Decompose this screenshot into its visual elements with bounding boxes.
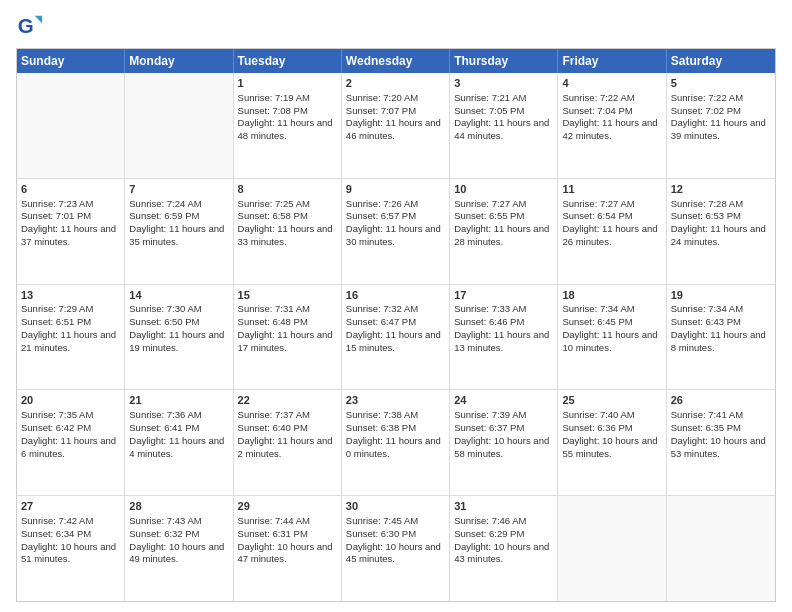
day-number: 3: [454, 76, 553, 91]
calendar-day-8: 8Sunrise: 7:25 AM Sunset: 6:58 PM Daylig…: [234, 179, 342, 284]
day-number: 14: [129, 288, 228, 303]
calendar-day-20: 20Sunrise: 7:35 AM Sunset: 6:42 PM Dayli…: [17, 390, 125, 495]
calendar-day-2: 2Sunrise: 7:20 AM Sunset: 7:07 PM Daylig…: [342, 73, 450, 178]
daylight-text: Daylight: 11 hours and 13 minutes.: [454, 329, 549, 353]
sunset-text: Sunset: 6:40 PM: [238, 422, 308, 433]
daylight-text: Daylight: 11 hours and 10 minutes.: [562, 329, 657, 353]
sunset-text: Sunset: 6:50 PM: [129, 316, 199, 327]
sunrise-text: Sunrise: 7:20 AM: [346, 92, 418, 103]
sunrise-text: Sunrise: 7:45 AM: [346, 515, 418, 526]
calendar-day-16: 16Sunrise: 7:32 AM Sunset: 6:47 PM Dayli…: [342, 285, 450, 390]
calendar-day-7: 7Sunrise: 7:24 AM Sunset: 6:59 PM Daylig…: [125, 179, 233, 284]
daylight-text: Daylight: 11 hours and 46 minutes.: [346, 117, 441, 141]
day-number: 20: [21, 393, 120, 408]
sunrise-text: Sunrise: 7:19 AM: [238, 92, 310, 103]
sunset-text: Sunset: 7:04 PM: [562, 105, 632, 116]
sunset-text: Sunset: 6:59 PM: [129, 210, 199, 221]
sunrise-text: Sunrise: 7:35 AM: [21, 409, 93, 420]
calendar-day-11: 11Sunrise: 7:27 AM Sunset: 6:54 PM Dayli…: [558, 179, 666, 284]
sunset-text: Sunset: 6:37 PM: [454, 422, 524, 433]
day-number: 18: [562, 288, 661, 303]
calendar-day-17: 17Sunrise: 7:33 AM Sunset: 6:46 PM Dayli…: [450, 285, 558, 390]
svg-marker-1: [35, 16, 42, 23]
sunrise-text: Sunrise: 7:26 AM: [346, 198, 418, 209]
day-number: 10: [454, 182, 553, 197]
day-number: 9: [346, 182, 445, 197]
calendar-body: 1Sunrise: 7:19 AM Sunset: 7:08 PM Daylig…: [17, 73, 775, 601]
daylight-text: Daylight: 11 hours and 26 minutes.: [562, 223, 657, 247]
sunset-text: Sunset: 6:29 PM: [454, 528, 524, 539]
sunset-text: Sunset: 6:43 PM: [671, 316, 741, 327]
day-number: 16: [346, 288, 445, 303]
daylight-text: Daylight: 11 hours and 35 minutes.: [129, 223, 224, 247]
day-number: 19: [671, 288, 771, 303]
daylight-text: Daylight: 11 hours and 42 minutes.: [562, 117, 657, 141]
calendar-day-18: 18Sunrise: 7:34 AM Sunset: 6:45 PM Dayli…: [558, 285, 666, 390]
calendar-day-6: 6Sunrise: 7:23 AM Sunset: 7:01 PM Daylig…: [17, 179, 125, 284]
sunrise-text: Sunrise: 7:34 AM: [671, 303, 743, 314]
daylight-text: Daylight: 11 hours and 39 minutes.: [671, 117, 766, 141]
calendar-day-25: 25Sunrise: 7:40 AM Sunset: 6:36 PM Dayli…: [558, 390, 666, 495]
day-number: 12: [671, 182, 771, 197]
sunset-text: Sunset: 6:30 PM: [346, 528, 416, 539]
day-number: 29: [238, 499, 337, 514]
daylight-text: Daylight: 11 hours and 19 minutes.: [129, 329, 224, 353]
day-number: 15: [238, 288, 337, 303]
day-number: 6: [21, 182, 120, 197]
daylight-text: Daylight: 10 hours and 58 minutes.: [454, 435, 549, 459]
sunset-text: Sunset: 7:07 PM: [346, 105, 416, 116]
day-number: 31: [454, 499, 553, 514]
daylight-text: Daylight: 11 hours and 48 minutes.: [238, 117, 333, 141]
sunset-text: Sunset: 7:01 PM: [21, 210, 91, 221]
day-number: 23: [346, 393, 445, 408]
daylight-text: Daylight: 11 hours and 17 minutes.: [238, 329, 333, 353]
daylight-text: Daylight: 11 hours and 6 minutes.: [21, 435, 116, 459]
sunset-text: Sunset: 6:36 PM: [562, 422, 632, 433]
daylight-text: Daylight: 11 hours and 33 minutes.: [238, 223, 333, 247]
header-day-monday: Monday: [125, 49, 233, 73]
day-number: 11: [562, 182, 661, 197]
sunrise-text: Sunrise: 7:34 AM: [562, 303, 634, 314]
daylight-text: Daylight: 11 hours and 24 minutes.: [671, 223, 766, 247]
calendar-day-10: 10Sunrise: 7:27 AM Sunset: 6:55 PM Dayli…: [450, 179, 558, 284]
calendar-day-3: 3Sunrise: 7:21 AM Sunset: 7:05 PM Daylig…: [450, 73, 558, 178]
sunset-text: Sunset: 6:48 PM: [238, 316, 308, 327]
page-container: G SundayMondayTuesdayWednesdayThursdayFr…: [0, 0, 792, 612]
day-number: 30: [346, 499, 445, 514]
sunset-text: Sunset: 6:41 PM: [129, 422, 199, 433]
calendar-week-4: 27Sunrise: 7:42 AM Sunset: 6:34 PM Dayli…: [17, 496, 775, 601]
sunset-text: Sunset: 6:57 PM: [346, 210, 416, 221]
calendar-day-empty: [667, 496, 775, 601]
calendar-day-15: 15Sunrise: 7:31 AM Sunset: 6:48 PM Dayli…: [234, 285, 342, 390]
day-number: 22: [238, 393, 337, 408]
sunset-text: Sunset: 6:45 PM: [562, 316, 632, 327]
sunset-text: Sunset: 6:42 PM: [21, 422, 91, 433]
day-number: 27: [21, 499, 120, 514]
calendar-day-30: 30Sunrise: 7:45 AM Sunset: 6:30 PM Dayli…: [342, 496, 450, 601]
sunset-text: Sunset: 6:58 PM: [238, 210, 308, 221]
sunrise-text: Sunrise: 7:22 AM: [562, 92, 634, 103]
sunrise-text: Sunrise: 7:21 AM: [454, 92, 526, 103]
logo-icon: G: [16, 12, 44, 40]
header-day-sunday: Sunday: [17, 49, 125, 73]
daylight-text: Daylight: 11 hours and 2 minutes.: [238, 435, 333, 459]
day-number: 28: [129, 499, 228, 514]
svg-text:G: G: [18, 14, 34, 37]
sunset-text: Sunset: 7:08 PM: [238, 105, 308, 116]
sunset-text: Sunset: 6:47 PM: [346, 316, 416, 327]
calendar-day-23: 23Sunrise: 7:38 AM Sunset: 6:38 PM Dayli…: [342, 390, 450, 495]
calendar-day-21: 21Sunrise: 7:36 AM Sunset: 6:41 PM Dayli…: [125, 390, 233, 495]
sunrise-text: Sunrise: 7:37 AM: [238, 409, 310, 420]
calendar-day-29: 29Sunrise: 7:44 AM Sunset: 6:31 PM Dayli…: [234, 496, 342, 601]
sunrise-text: Sunrise: 7:23 AM: [21, 198, 93, 209]
calendar-day-empty: [17, 73, 125, 178]
daylight-text: Daylight: 10 hours and 45 minutes.: [346, 541, 441, 565]
daylight-text: Daylight: 10 hours and 49 minutes.: [129, 541, 224, 565]
sunrise-text: Sunrise: 7:31 AM: [238, 303, 310, 314]
day-number: 4: [562, 76, 661, 91]
sunset-text: Sunset: 7:02 PM: [671, 105, 741, 116]
daylight-text: Daylight: 10 hours and 51 minutes.: [21, 541, 116, 565]
calendar-day-13: 13Sunrise: 7:29 AM Sunset: 6:51 PM Dayli…: [17, 285, 125, 390]
daylight-text: Daylight: 10 hours and 43 minutes.: [454, 541, 549, 565]
calendar-day-26: 26Sunrise: 7:41 AM Sunset: 6:35 PM Dayli…: [667, 390, 775, 495]
